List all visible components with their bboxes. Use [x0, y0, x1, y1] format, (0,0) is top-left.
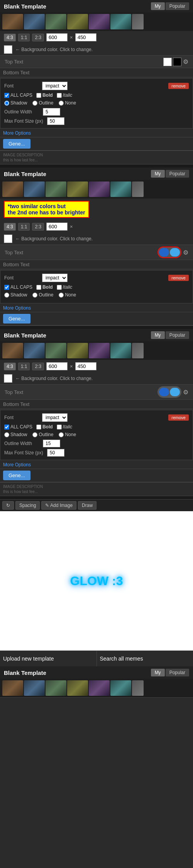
maxfont-val-3[interactable] [47, 449, 64, 457]
width-input-1[interactable] [46, 33, 68, 41]
outlinewidth-val-3[interactable] [43, 440, 60, 447]
draw-btn[interactable]: Draw [78, 501, 96, 510]
ratio-11-2[interactable]: 1:1 [18, 223, 30, 231]
ratio-43-1[interactable]: 4:3 [4, 34, 16, 41]
allcaps-check-1[interactable]: ALL CAPS [4, 92, 32, 98]
thumb-3-6[interactable] [110, 343, 131, 358]
bottom-text-label-3[interactable]: Bottom Text [3, 401, 190, 407]
toggle-blue-light[interactable] [170, 248, 180, 257]
font-select-2[interactable]: impact [42, 274, 68, 282]
none-radio-3[interactable]: None [59, 432, 76, 437]
remove-btn-1[interactable]: remove [168, 83, 189, 89]
thumb-3-5[interactable] [89, 343, 110, 358]
gear-icon-1[interactable]: ⚙ [181, 58, 190, 65]
thumb-4-2[interactable] [24, 680, 45, 696]
thumb-4-4[interactable] [67, 680, 88, 696]
tab-popular-1[interactable]: Popular [166, 2, 189, 10]
thumb-4-3[interactable] [46, 680, 66, 696]
shadow-radio-1[interactable]: Shadow [4, 100, 27, 106]
text-color-black-1[interactable] [173, 58, 181, 66]
gear-icon-2[interactable]: ⚙ [181, 249, 190, 256]
thumb-3-2[interactable] [24, 343, 45, 358]
italic-check-2[interactable]: Italic [57, 284, 73, 290]
thumb-4-6[interactable] [110, 680, 131, 696]
more-options-link-1[interactable]: More Options [3, 130, 31, 136]
bottom-text-label-2[interactable]: Bottom Text [3, 262, 190, 267]
font-select-3[interactable]: impact [42, 413, 68, 422]
thumb-1[interactable] [2, 14, 23, 29]
gear-icon-3[interactable]: ⚙ [181, 389, 190, 396]
thumb-2-2[interactable] [24, 181, 45, 197]
thumb-4-more[interactable] [132, 680, 144, 696]
tab-my-1[interactable]: My [151, 2, 165, 10]
tab-my-3[interactable]: My [151, 331, 165, 339]
ratio-11-1[interactable]: 1:1 [18, 34, 30, 41]
generate-btn-3[interactable]: Gene... [3, 471, 30, 480]
text-color-white-1[interactable] [163, 58, 172, 66]
tab-popular-2[interactable]: Popular [166, 170, 189, 178]
maxfont-val-1[interactable] [47, 117, 64, 125]
tab-popular-4[interactable]: Popular [166, 669, 189, 676]
bottom-text-label-1[interactable]: Bottom Text [3, 70, 190, 75]
thumb-3[interactable] [46, 14, 66, 29]
toggle-blue-dark[interactable] [159, 248, 169, 257]
outlinewidth-val-1[interactable] [43, 108, 60, 116]
thumb-2-more[interactable] [132, 181, 144, 197]
bold-check-3[interactable]: Bold [36, 424, 53, 430]
remove-btn-3[interactable]: remove [168, 414, 189, 421]
more-options-link-3[interactable]: More Options [3, 462, 31, 467]
thumb-3-more[interactable] [132, 343, 144, 358]
thumb-2-4[interactable] [67, 181, 88, 197]
thumb-2-5[interactable] [89, 181, 110, 197]
bg-color-swatch-3[interactable] [4, 374, 12, 383]
top-text-label-2[interactable]: Top Text [3, 248, 157, 257]
allcaps-check-2[interactable]: ALL CAPS [4, 284, 32, 290]
shadow-radio-3[interactable]: Shadow [4, 432, 27, 437]
top-text-label-3[interactable]: Top Text [3, 388, 157, 397]
ratio-23-3[interactable]: 2:3 [32, 363, 44, 370]
bg-color-swatch-1[interactable] [4, 45, 12, 54]
height-input-1[interactable] [75, 33, 96, 41]
more-options-link-2[interactable]: More Options [3, 305, 31, 311]
remove-btn-2[interactable]: remove [168, 275, 189, 281]
none-radio-2[interactable]: None [59, 292, 76, 298]
outline-radio-1[interactable]: Outline [32, 100, 53, 106]
thumb-5[interactable] [89, 14, 110, 29]
tab-my-4[interactable]: My [151, 669, 165, 676]
width-input-2[interactable] [46, 223, 68, 231]
refresh-btn[interactable]: ↻ [2, 501, 14, 510]
italic-check-1[interactable]: Italic [57, 92, 73, 98]
thumb-4[interactable] [67, 14, 88, 29]
bold-check-1[interactable]: Bold [36, 92, 53, 98]
upload-btn[interactable]: Upload new template [0, 651, 97, 666]
allcaps-check-3[interactable]: ALL CAPS [4, 424, 32, 430]
ratio-23-1[interactable]: 2:3 [32, 34, 44, 41]
spacing-btn[interactable]: Spacing [15, 501, 40, 510]
canvas-area[interactable]: GLOW :3 [0, 511, 193, 651]
bold-check-2[interactable]: Bold [36, 284, 53, 290]
height-input-3[interactable] [75, 362, 96, 370]
thumb-2-1[interactable] [2, 181, 23, 197]
thumb-more[interactable] [132, 14, 144, 29]
shadow-radio-2[interactable]: Shadow [4, 292, 27, 298]
outline-radio-3[interactable]: Outline [32, 432, 53, 437]
thumb-4-1[interactable] [2, 680, 23, 696]
search-btn[interactable]: Search all memes [97, 651, 193, 666]
thumb-2-3[interactable] [46, 181, 66, 197]
ratio-43-3[interactable]: 4:3 [4, 363, 16, 370]
thumb-3-3[interactable] [46, 343, 66, 358]
generate-btn-1[interactable]: Gene... [3, 139, 30, 149]
toggle-blue-dark-3[interactable] [159, 388, 169, 396]
font-select-1[interactable]: impact [42, 82, 68, 90]
bg-color-swatch-2[interactable] [4, 235, 12, 243]
ratio-11-3[interactable]: 1:1 [18, 363, 30, 370]
toggle-blue-light-3[interactable] [170, 388, 180, 396]
ratio-23-2[interactable]: 2:3 [32, 223, 44, 231]
thumb-3-1[interactable] [2, 343, 23, 358]
add-image-btn[interactable]: ✎ Add Image [41, 501, 76, 510]
tab-my-2[interactable]: My [151, 170, 165, 178]
tab-popular-3[interactable]: Popular [166, 331, 189, 339]
thumb-4-5[interactable] [89, 680, 110, 696]
width-input-3[interactable] [46, 362, 68, 370]
thumb-2-6[interactable] [110, 181, 131, 197]
